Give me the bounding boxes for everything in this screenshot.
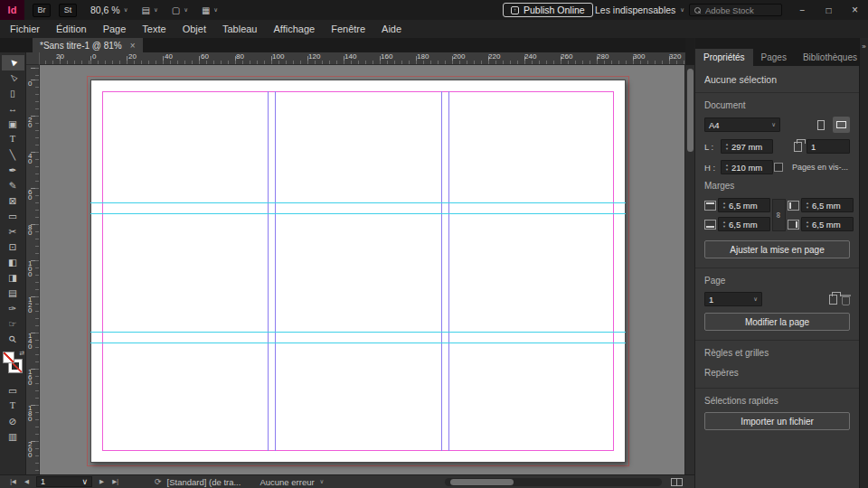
selection-tool[interactable]: ► xyxy=(2,55,24,70)
minimize-button[interactable]: − xyxy=(789,0,816,20)
menu-tableau[interactable]: Tableau xyxy=(214,20,266,38)
adjust-layout-button[interactable]: Ajuster la mise en page xyxy=(704,240,850,258)
stepper-up-icon[interactable]: ▲ xyxy=(725,164,729,167)
horizontal-scrollbar[interactable] xyxy=(445,478,662,486)
stepper-down-icon[interactable]: ▼ xyxy=(722,225,726,229)
vertical-scrollbar[interactable] xyxy=(684,65,694,474)
close-button[interactable]: × xyxy=(842,0,868,20)
view-options-button[interactable]: ▤ ∨ xyxy=(141,0,157,20)
rectangle-tool[interactable]: ▭ xyxy=(2,209,24,224)
menu-aide[interactable]: Aide xyxy=(373,20,410,38)
stepper-up-icon[interactable]: ▲ xyxy=(806,221,809,224)
tab-proprietes[interactable]: Propriétés xyxy=(695,49,753,66)
menu-fenetre[interactable]: Fenêtre xyxy=(323,20,373,38)
stepper-down-icon[interactable]: ▼ xyxy=(722,206,726,210)
rectangle-frame-tool[interactable]: ⊠ xyxy=(2,193,24,209)
document-tab[interactable]: *Sans titre-1 @ 81% × xyxy=(33,38,143,52)
spread-view-icon[interactable] xyxy=(671,478,683,486)
collapse-panels-icon[interactable]: » xyxy=(860,42,868,51)
stepper-up-icon[interactable]: ▲ xyxy=(722,221,726,224)
vertical-scrollbar-thumb[interactable] xyxy=(687,69,693,152)
landscape-orientation-button[interactable] xyxy=(833,117,850,133)
eyedropper-tool[interactable]: ✑ xyxy=(2,301,24,316)
next-page-button[interactable]: ▶ xyxy=(95,478,108,485)
height-stepper[interactable]: ▲▼ xyxy=(725,164,729,172)
workspace-switcher[interactable]: Les indispensables ∨ xyxy=(595,0,684,20)
facing-pages-checkbox[interactable] xyxy=(774,163,783,172)
menu-page[interactable]: Page xyxy=(95,20,135,38)
ruler-guide[interactable] xyxy=(90,332,626,333)
margin-bottom-input[interactable]: ▲▼ 6,5 mm xyxy=(718,217,770,231)
publish-online-button[interactable]: ↑ Publish Online xyxy=(503,3,593,17)
add-page-icon[interactable] xyxy=(829,295,837,305)
ruler-guide[interactable] xyxy=(90,213,626,214)
stepper-down-icon[interactable]: ▼ xyxy=(725,168,729,172)
menu-affichage[interactable]: Affichage xyxy=(266,20,324,38)
stepper-up-icon[interactable]: ▲ xyxy=(725,143,729,146)
width-stepper[interactable]: ▲▼ xyxy=(725,143,729,151)
page-count-input[interactable]: 1 xyxy=(807,139,850,154)
stock-button[interactable]: St xyxy=(59,4,77,17)
previous-page-button[interactable]: ◀ xyxy=(20,478,33,485)
ruler-guide[interactable] xyxy=(90,343,626,343)
link-margins-button[interactable]: ∞ xyxy=(772,199,786,231)
gradient-swatch-tool[interactable]: ◧ xyxy=(2,255,24,270)
stepper-down-icon[interactable]: ▼ xyxy=(725,147,729,151)
arrange-documents-button[interactable]: ▦ ∨ xyxy=(202,0,218,20)
preflight-status[interactable]: Aucune erreur xyxy=(259,477,314,487)
page-number-select[interactable]: 1 ∨ xyxy=(36,476,92,487)
delete-page-icon[interactable] xyxy=(842,296,850,305)
gradient-feather-tool[interactable]: ◨ xyxy=(2,270,24,286)
preflight-menu-icon[interactable]: ⟳ xyxy=(155,477,162,486)
hand-tool[interactable]: ☞ xyxy=(2,316,24,332)
modify-page-button[interactable]: Modifier la page xyxy=(704,313,850,331)
margin-bottom-stepper[interactable]: ▲▼ xyxy=(722,221,726,229)
panel-collapse-strip[interactable]: » xyxy=(859,38,868,488)
height-input[interactable]: ▲▼ 210 mm xyxy=(721,160,773,174)
horizontal-ruler[interactable]: 2002040608010012014016018020022024026028… xyxy=(40,52,685,65)
last-page-button[interactable]: ▶| xyxy=(108,478,122,485)
zoom-level-select[interactable]: 80,6 % ∨ xyxy=(90,0,127,20)
formatting-affects-text-button[interactable]: T xyxy=(2,399,24,414)
screen-mode-button[interactable]: ▥ xyxy=(2,429,24,445)
width-input[interactable]: ▲▼ 297 mm xyxy=(721,139,773,154)
line-tool[interactable]: ╲ xyxy=(2,147,24,163)
menu-edition[interactable]: Édition xyxy=(48,20,95,38)
horizontal-scrollbar-thumb[interactable] xyxy=(450,479,514,485)
formatting-affects-container-button[interactable]: ▭ xyxy=(2,383,24,399)
adobe-stock-search-input[interactable]: Adobe Stock xyxy=(689,4,782,16)
scissors-tool[interactable]: ✂ xyxy=(2,224,24,239)
fill-color-swatch[interactable] xyxy=(3,352,14,363)
margin-right-input[interactable]: ▲▼ 6,5 mm xyxy=(801,217,854,231)
tab-close-icon[interactable]: × xyxy=(130,41,136,51)
zoom-tool[interactable]: ⚲ xyxy=(2,332,24,347)
margin-top-stepper[interactable]: ▲▼ xyxy=(722,202,726,210)
note-tool[interactable]: ▤ xyxy=(2,286,24,301)
ruler-origin-corner[interactable] xyxy=(26,52,40,65)
ruler-guide[interactable] xyxy=(90,202,626,203)
margin-left-stepper[interactable]: ▲▼ xyxy=(806,202,809,210)
apply-none-button[interactable]: ⊘ xyxy=(2,414,24,429)
gap-tool[interactable]: ↔ xyxy=(2,101,24,117)
menu-texte[interactable]: Texte xyxy=(134,20,174,38)
pencil-tool[interactable]: ✎ xyxy=(2,178,24,193)
first-page-button[interactable]: |◀ xyxy=(6,478,20,485)
page-size-select[interactable]: A4 ∨ xyxy=(704,117,780,132)
screen-mode-menu-button[interactable]: ▢ ∨ xyxy=(172,0,188,20)
tab-bibliotheques[interactable]: Bibliothèques xyxy=(795,49,865,66)
swap-fill-stroke-icon[interactable]: ⇄ xyxy=(19,350,24,357)
margin-right-stepper[interactable]: ▲▼ xyxy=(806,221,809,229)
direct-selection-tool[interactable]: ▻ xyxy=(2,70,24,86)
stepper-up-icon[interactable]: ▲ xyxy=(806,202,809,205)
maximize-button[interactable]: □ xyxy=(816,0,842,20)
menu-fichier[interactable]: Fichier xyxy=(2,20,48,38)
import-file-button[interactable]: Importer un fichier xyxy=(704,412,850,430)
stepper-down-icon[interactable]: ▼ xyxy=(806,206,809,210)
vertical-ruler[interactable]: 020406080100120140160180200 xyxy=(26,65,40,474)
margin-top-input[interactable]: ▲▼ 6,5 mm xyxy=(718,198,770,212)
page-tool[interactable]: ▯ xyxy=(2,86,24,101)
content-collector-tool[interactable]: ▣ xyxy=(2,117,24,132)
free-transform-tool[interactable]: ⊡ xyxy=(2,239,24,255)
canvas[interactable] xyxy=(40,65,684,474)
stepper-down-icon[interactable]: ▼ xyxy=(806,225,809,229)
